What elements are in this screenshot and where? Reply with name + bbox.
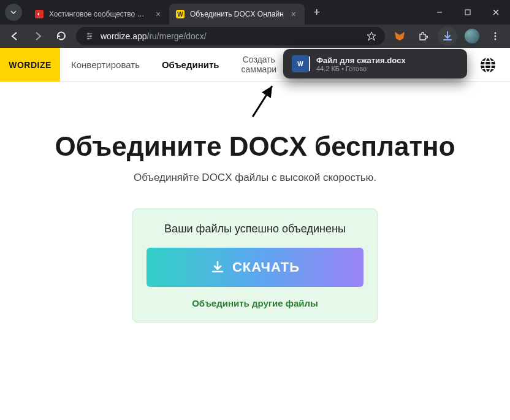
download-meta: 44,2 КБ • Готово xyxy=(316,65,406,72)
download-button[interactable]: СКАЧАТЬ xyxy=(147,248,363,287)
svg-line-14 xyxy=(248,86,277,116)
page-heading: Объедините DOCX бесплатно xyxy=(12,131,498,162)
download-icon xyxy=(210,260,225,275)
window-controls xyxy=(425,0,510,25)
browser-tab-0[interactable]: Хостинговое сообщество «Tim × xyxy=(28,4,169,25)
svg-point-10 xyxy=(88,38,89,40)
svg-text:W: W xyxy=(177,11,183,18)
address-bar: wordize.app/ru/merge/docx/ xyxy=(0,25,510,48)
download-notification[interactable]: W Файл для сжатия.docx 44,2 КБ • Готово xyxy=(283,49,467,78)
nav-summary[interactable]: Создать саммари xyxy=(230,48,287,82)
site-logo[interactable]: WORDIZE xyxy=(0,48,60,82)
reload-button[interactable] xyxy=(53,28,70,45)
svg-point-11 xyxy=(495,32,497,34)
globe-icon xyxy=(479,56,497,74)
maximize-button[interactable] xyxy=(454,0,482,25)
word-file-icon: W xyxy=(292,55,309,72)
svg-point-12 xyxy=(495,36,497,37)
svg-point-8 xyxy=(90,36,92,37)
annotation-arrow-icon xyxy=(242,80,285,123)
site-settings-icon[interactable] xyxy=(85,31,94,41)
minimize-button[interactable] xyxy=(425,0,454,25)
download-filename: Файл для сжатия.docx xyxy=(316,56,406,65)
page-subtitle: Объединяйте DOCX файлы с высокой скорост… xyxy=(0,172,510,184)
close-window-button[interactable] xyxy=(482,0,510,25)
tab-search-button[interactable] xyxy=(5,4,22,21)
favicon-icon xyxy=(34,9,44,19)
titlebar: Хостинговое сообщество «Tim × W Объедини… xyxy=(0,0,510,25)
main-nav: Конвертировать Объединить Создать саммар… xyxy=(60,48,287,82)
download-info: Файл для сжатия.docx 44,2 КБ • Готово xyxy=(316,56,406,72)
kebab-menu-icon[interactable] xyxy=(487,28,504,45)
browser-tab-1[interactable]: W Объединить DOCX Онлайн × xyxy=(169,4,305,25)
downloads-button[interactable] xyxy=(438,26,457,46)
svg-point-13 xyxy=(495,39,497,40)
success-card: Ваши файлы успешно объединены СКАЧАТЬ Об… xyxy=(132,208,378,323)
tab-title: Объединить DOCX Онлайн xyxy=(190,10,284,18)
svg-rect-4 xyxy=(465,10,470,15)
language-switch[interactable] xyxy=(479,48,497,82)
metamask-extension-icon[interactable] xyxy=(391,28,408,45)
nav-merge[interactable]: Объединить xyxy=(151,48,230,82)
tab-title: Хостинговое сообщество «Tim xyxy=(49,10,148,18)
bookmark-star-icon[interactable] xyxy=(367,31,376,41)
extensions-puzzle-icon[interactable] xyxy=(414,28,432,45)
download-button-label: СКАЧАТЬ xyxy=(232,259,300,275)
favicon-icon: W xyxy=(175,9,185,19)
close-icon[interactable]: × xyxy=(289,9,299,19)
forward-button[interactable] xyxy=(29,28,47,45)
card-title: Ваши файлы успешно объединены xyxy=(147,223,363,235)
svg-point-7 xyxy=(88,33,89,35)
url-text: wordize.app/ru/merge/docx/ xyxy=(101,31,207,41)
close-icon[interactable]: × xyxy=(153,9,163,19)
browser-chrome: Хостинговое сообщество «Tim × W Объедини… xyxy=(0,0,510,48)
url-omnibox[interactable]: wordize.app/ru/merge/docx/ xyxy=(76,27,385,45)
merge-again-link[interactable]: Объединить другие файлы xyxy=(147,298,363,308)
back-button[interactable] xyxy=(6,28,23,45)
new-tab-button[interactable]: + xyxy=(308,4,325,21)
profile-avatar[interactable] xyxy=(463,28,481,45)
nav-convert[interactable]: Конвертировать xyxy=(60,48,151,82)
